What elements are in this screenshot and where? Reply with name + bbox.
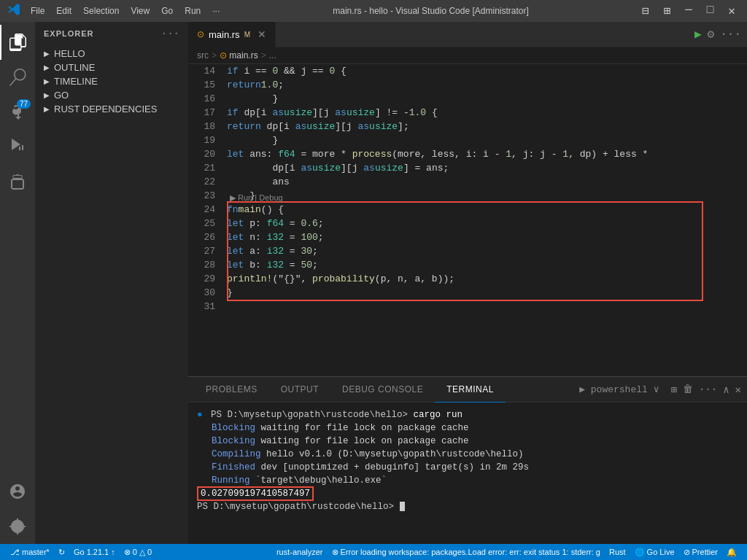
tab-output[interactable]: OUTPUT bbox=[269, 377, 330, 402]
run-debug-label[interactable]: ▶ Run | Debug bbox=[230, 191, 283, 205]
settings-activity-item[interactable] bbox=[0, 509, 35, 544]
accounts-activity-item[interactable] bbox=[0, 474, 35, 509]
menu-selection[interactable]: Selection bbox=[79, 4, 123, 18]
more-terminal-icon[interactable]: ··· bbox=[699, 384, 717, 395]
rust-analyzer-status[interactable]: rust-analyzer bbox=[272, 544, 328, 560]
tab-terminal[interactable]: TERMINAL bbox=[435, 377, 506, 402]
code-editor[interactable]: 141516171819202122232425262728293031 if … bbox=[188, 64, 747, 376]
language-status[interactable]: Rust bbox=[605, 544, 630, 560]
finished-label: Finished bbox=[212, 462, 255, 472]
sync-status[interactable]: ↻ bbox=[54, 544, 69, 560]
code-line: ans bbox=[227, 175, 703, 189]
sidebar-title: EXPLORER bbox=[44, 29, 94, 38]
line-number: 24 bbox=[188, 203, 215, 217]
errors-status[interactable]: ⊗ 0 △ 0 bbox=[120, 544, 156, 560]
terminal-line: Blocking waiting for file lock on packag… bbox=[197, 421, 738, 435]
sidebar-more-actions[interactable]: ··· bbox=[161, 28, 179, 39]
git-branch-status[interactable]: ⎇ master* bbox=[6, 544, 54, 560]
code-line: let n: i32 = 100; bbox=[227, 230, 703, 244]
code-line: return dp[i as usize][j as usize]; bbox=[227, 120, 703, 133]
terminal-line: Blocking waiting for file lock on packag… bbox=[197, 435, 738, 448]
line-number: 29 bbox=[188, 272, 215, 286]
tab-problems[interactable]: PROBLEMS bbox=[194, 377, 269, 402]
menu-more[interactable]: ··· bbox=[208, 4, 224, 18]
titlebar: File Edit Selection View Go Run ··· main… bbox=[0, 0, 747, 22]
code-line: return 1.0; bbox=[227, 78, 703, 92]
sidebar-item-hello[interactable]: ▶ HELLO bbox=[35, 47, 188, 61]
tab-label: main.rs bbox=[209, 29, 240, 40]
code-line: let a: i32 = 30; bbox=[227, 244, 703, 258]
code-line: if dp[i as usize][j as usize] != -1.0 { bbox=[227, 106, 703, 120]
run-icon[interactable]: ▶ bbox=[694, 27, 702, 42]
code-line: } bbox=[227, 189, 703, 203]
maximize-panel-icon[interactable]: ∧ bbox=[723, 384, 729, 396]
minimize-btn[interactable]: ─ bbox=[681, 4, 697, 18]
window-title: main.rs - hello - Visual Studio Code [Ad… bbox=[333, 6, 529, 16]
chevron-right-icon: ▶ bbox=[44, 77, 50, 85]
layout-btn2[interactable]: ⊞ bbox=[659, 4, 675, 18]
menu-run[interactable]: Run bbox=[180, 4, 205, 18]
sidebar-item-rust-deps[interactable]: ▶ RUST DEPENDENCIES bbox=[35, 102, 188, 116]
language-label: Rust bbox=[609, 548, 626, 556]
source-control-activity-item[interactable]: 77 bbox=[0, 95, 35, 130]
close-btn[interactable]: ✕ bbox=[724, 4, 740, 18]
terminal-result-line: 0.027099197410587497 bbox=[197, 487, 738, 500]
debug-icon[interactable]: ⚙ bbox=[708, 27, 715, 42]
terminal-content[interactable]: ● PS D:\mysetup\gopath\rustcode\hello> c… bbox=[188, 402, 747, 544]
line-number: 16 bbox=[188, 92, 215, 106]
code-line: } bbox=[227, 133, 703, 147]
warning-count: 0 bbox=[147, 548, 152, 556]
go-version-status[interactable]: Go 1.21.1 ↑ bbox=[69, 544, 120, 560]
feedback-status[interactable]: 🔔 bbox=[722, 544, 741, 560]
tab-close-button[interactable]: ✕ bbox=[258, 28, 266, 40]
code-line: println!("{}", probability(p, n, a, b)); bbox=[227, 272, 703, 286]
sidebar-item-timeline[interactable]: ▶ TIMELINE bbox=[35, 74, 188, 88]
tab-debug-console[interactable]: DEBUG CONSOLE bbox=[330, 377, 435, 402]
more-actions-icon[interactable]: ··· bbox=[720, 28, 741, 41]
line-number: 21 bbox=[188, 161, 215, 175]
kill-terminal-icon[interactable]: 🗑 bbox=[683, 384, 693, 395]
layout-btn[interactable]: ⊟ bbox=[638, 4, 654, 18]
line-numbers: 141516171819202122232425262728293031 bbox=[188, 64, 221, 376]
terminal-line: Compiling hello v0.1.0 (D:\mysetup\gopat… bbox=[197, 448, 738, 461]
line-number: 30 bbox=[188, 286, 215, 300]
menu-go[interactable]: Go bbox=[157, 4, 177, 18]
chevron-right-icon: ▶ bbox=[44, 105, 50, 113]
new-terminal-icon[interactable]: ▶ powershell ∨ bbox=[579, 384, 659, 395]
sidebar-item-go[interactable]: ▶ GO bbox=[35, 88, 188, 102]
breadcrumb-sep1: > bbox=[212, 50, 217, 61]
error-message-status[interactable]: ⊗ Error loading workspace: packages.Load… bbox=[328, 544, 605, 560]
line-number: 26 bbox=[188, 230, 215, 244]
maximize-btn[interactable]: □ bbox=[703, 4, 719, 18]
run-activity-item[interactable] bbox=[0, 130, 35, 165]
tab-modified-indicator: M bbox=[244, 31, 250, 39]
prettier-status[interactable]: ⊘ Prettier bbox=[679, 544, 722, 560]
go-live-icon: 🌐 bbox=[635, 548, 645, 557]
sidebar-item-outline[interactable]: ▶ OUTLINE bbox=[35, 61, 188, 74]
rust-file-icon: ⊙ bbox=[197, 29, 204, 39]
code-line: } bbox=[227, 92, 703, 106]
code-content[interactable]: if i == 0 && j == 0 { return 1.0; } if d… bbox=[221, 64, 703, 376]
tab-main-rs[interactable]: ⊙ main.rs M ✕ bbox=[188, 22, 276, 47]
line-number: 14 bbox=[188, 64, 215, 78]
menu-view[interactable]: View bbox=[126, 4, 154, 18]
rust-analyzer-label: rust-analyzer bbox=[276, 548, 323, 556]
close-panel-icon[interactable]: ✕ bbox=[735, 384, 741, 396]
breadcrumb-more[interactable]: ... bbox=[269, 50, 276, 61]
finished-text: dev [unoptimized + debuginfo] target(s) … bbox=[261, 462, 530, 472]
extensions-activity-item[interactable] bbox=[0, 165, 35, 200]
go-live-status[interactable]: 🌐 Go Live bbox=[630, 544, 679, 560]
search-activity-item[interactable] bbox=[0, 60, 35, 95]
panel-tab-actions: ▶ powershell ∨ ⊞ 🗑 ··· ∧ ✕ bbox=[579, 384, 741, 396]
menu-file[interactable]: File bbox=[26, 4, 49, 18]
sidebar-header: EXPLORER ··· bbox=[35, 22, 188, 45]
menu-edit[interactable]: Edit bbox=[52, 4, 76, 18]
compiling-text: hello v0.1.0 (D:\mysetup\gopath\rustcode… bbox=[266, 449, 524, 459]
window-controls[interactable]: ⊟ ⊞ ─ □ ✕ bbox=[638, 4, 740, 18]
menu-bar[interactable]: File Edit Selection View Go Run ··· bbox=[26, 4, 224, 18]
sidebar: EXPLORER ··· ▶ HELLO ▶ OUTLINE ▶ TIMELIN… bbox=[35, 22, 188, 544]
breadcrumb-mainrs[interactable]: ⊙ main.rs bbox=[220, 50, 258, 61]
split-terminal-icon[interactable]: ⊞ bbox=[670, 384, 676, 396]
breadcrumb-src[interactable]: src bbox=[197, 50, 209, 61]
explorer-activity-item[interactable] bbox=[0, 25, 35, 60]
